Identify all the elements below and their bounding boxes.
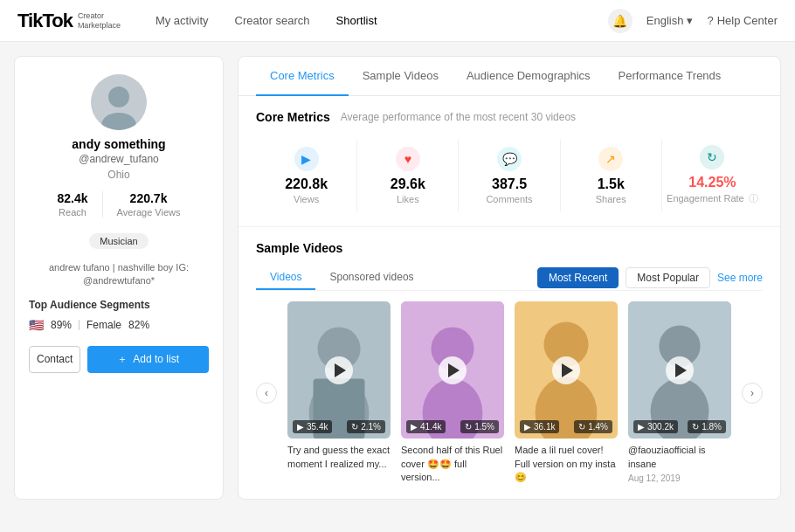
creator-sidebar: andy something @andrew_tufano Ohio 82.4k… [14,56,224,500]
video-tabs: Videos Sponsored videos [256,266,428,290]
svg-point-1 [108,86,129,107]
engagement-stat-4: ↻ 1.8% [688,420,726,433]
likes-icon: ♥ [396,147,420,171]
video-grid: ‹ ▶ [256,301,763,485]
views-stat-1: ▶ 35.4k [293,420,332,433]
filter-row: Most Recent Most Popular See more [537,267,763,288]
video-title-3: Made a lil ruel cover! Full version on m… [515,444,618,484]
notification-icon[interactable]: 🔔 [608,9,633,33]
creator-avatar [91,74,147,130]
tab-videos[interactable]: Videos [256,266,315,290]
tiktok-logo: TikTok [17,10,73,32]
video-thumb-3: ▶ 36.1k ↻ 1.4% [515,301,618,439]
nav-creator-search[interactable]: Creator search [235,14,310,27]
views-stat-2: ▶ 41.4k [406,420,446,433]
video-card-1[interactable]: ▶ 35.4k ↻ 2.1% Try and guess the exact m… [287,301,391,471]
language-selector[interactable]: English ▾ [646,14,694,27]
shares-value: 1.5k [598,176,625,192]
reach-label: Reach [57,207,87,218]
stat-avg-views: 220.7k Average Views [103,191,195,218]
tab-sample-videos[interactable]: Sample Videos [349,57,453,96]
video-stats-2: ▶ 41.4k ↻ 1.5% [406,420,499,433]
tab-sponsored-videos[interactable]: Sponsored videos [315,266,427,290]
stat-reach: 82.4k Reach [43,191,102,218]
play-icon-2 [448,363,460,377]
metric-likes: ♥ 29.6k Likes [357,140,459,211]
metrics-row: ▶ 220.8k Views ♥ 29.6k Likes 💬 387.5 Com… [256,138,763,212]
views-stat-3: ▶ 36.1k [520,420,559,433]
nav-shortlist[interactable]: Shortlist [336,14,377,27]
add-to-list-button[interactable]: ＋ Add to list [87,346,209,373]
video-tabs-row: Videos Sponsored videos Most Recent Most… [256,266,763,291]
nav-my-activity[interactable]: My activity [156,14,209,27]
engagement-icon: ↻ [700,145,724,169]
chevron-down-icon: ▾ [687,14,693,27]
logo-area: TikTok CreatorMarketplace [17,10,121,32]
sample-videos-section: Sample Videos Videos Sponsored videos Mo… [238,227,780,499]
sample-videos-title: Sample Videos [256,241,342,255]
play-icon-1 [335,363,346,377]
video-card-2[interactable]: ▶ 41.4k ↻ 1.5% Second half of this Ruel … [401,301,504,485]
shares-icon: ↗ [598,147,623,171]
metric-engagement: ↻ 14.25% Engagement Rate ⓘ [662,138,763,212]
audience-country-pct: 89% [51,319,72,331]
core-metrics-header: Core Metrics Average performance of the … [256,110,763,124]
audience-row: 🇺🇸 89% Female 82% [29,318,209,332]
help-center-button[interactable]: ? Help Center [707,14,778,27]
core-metrics-heading: Core Metrics [256,110,330,124]
content-area: Core Metrics Sample Videos Audience Demo… [238,56,781,500]
shares-label: Shares [596,194,626,204]
stats-row: 82.4k Reach 220.7k Average Views [29,191,209,218]
prev-arrow[interactable]: ‹ [256,383,277,404]
avg-views-label: Average Views [117,207,181,218]
video-stats-4: ▶ 300.2k ↻ 1.8% [633,420,726,433]
video-title-4: @faouziaofficial is insane [628,444,731,471]
video-title-1: Try and guess the exact moment I realize… [287,444,391,471]
see-more-link[interactable]: See more [717,272,763,284]
comments-icon: 💬 [497,147,522,171]
video-thumb-1: ▶ 35.4k ↻ 2.1% [287,301,391,439]
views-value: 220.8k [285,176,328,192]
creator-handle: @andrew_tufano [79,153,159,165]
comments-label: Comments [486,194,532,204]
play-icon-4 [675,363,687,377]
play-button-2[interactable] [439,356,467,384]
sample-videos-header: Sample Videos [256,241,763,255]
video-title-2: Second half of this Ruel cover 🤩🤩 full v… [401,444,504,484]
reach-value: 82.4k [57,191,87,205]
avatar-area: andy something @andrew_tufano Ohio [29,74,209,181]
play-button-4[interactable] [666,356,694,384]
tab-audience-demographics[interactable]: Audience Demographics [453,57,605,96]
engagement-stat-2: ↻ 1.5% [460,420,499,433]
creator-name: andy something [72,137,165,151]
contact-button[interactable]: Contact [29,346,80,373]
engagement-label: Engagement Rate ⓘ [667,192,758,205]
audience-section-title: Top Audience Segments [29,299,209,311]
header-right: 🔔 English ▾ ? Help Center [608,9,778,33]
play-button-3[interactable] [552,356,580,384]
engagement-value: 14.25% [688,175,736,190]
plus-icon: ＋ [117,352,128,367]
video-thumb-4: ▶ 300.2k ↻ 1.8% [628,301,731,439]
metric-views: ▶ 220.8k Views [256,140,357,211]
tab-performance-trends[interactable]: Performance Trends [605,57,736,96]
add-to-list-label: Add to list [133,353,179,365]
views-stat-4: ▶ 300.2k [633,420,678,433]
creator-tag: Musician [89,233,148,249]
views-icon: ▶ [294,147,319,171]
likes-value: 29.6k [391,176,425,192]
avatar-image [91,74,147,130]
tab-core-metrics[interactable]: Core Metrics [256,57,349,96]
likes-label: Likes [397,194,419,204]
header: TikTok CreatorMarketplace My activity Cr… [0,0,795,42]
core-metrics-section: Core Metrics Average performance of the … [238,96,780,227]
video-card-4[interactable]: ▶ 300.2k ↻ 1.8% @faouziaofficial is insa… [628,301,731,483]
content-tabs: Core Metrics Sample Videos Audience Demo… [238,57,780,96]
play-button-1[interactable] [325,356,353,384]
filter-most-popular[interactable]: Most Popular [626,267,710,288]
avg-views-value: 220.7k [117,191,181,205]
play-icon-3 [562,363,573,377]
video-card-3[interactable]: ▶ 36.1k ↻ 1.4% Made a lil ruel cover! Fu… [515,301,618,485]
next-arrow[interactable]: › [742,383,763,404]
filter-most-recent[interactable]: Most Recent [537,267,619,288]
